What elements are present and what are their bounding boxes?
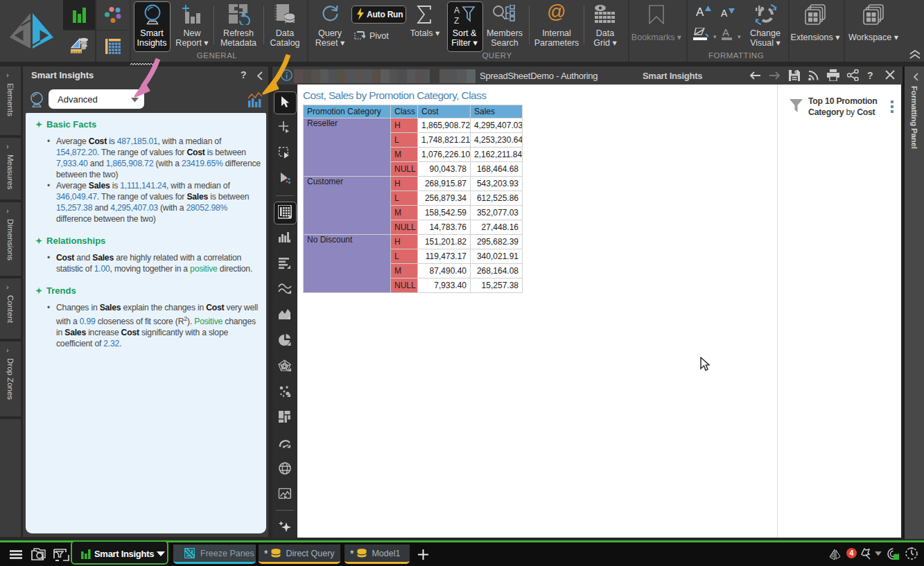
svg-text:Z: Z <box>454 16 459 25</box>
svg-text:A: A <box>454 6 460 15</box>
